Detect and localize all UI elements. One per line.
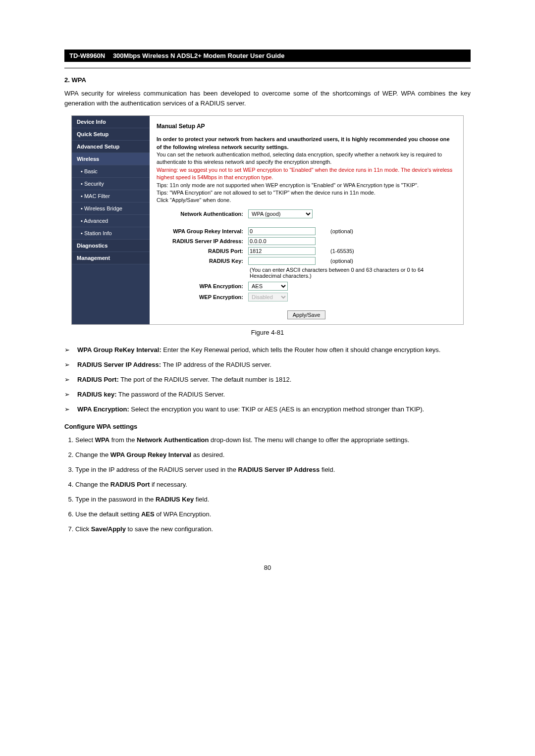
step-item: Select WPA from the Network Authenticati… xyxy=(75,435,471,445)
bullet-marker-icon: ➢ xyxy=(64,390,77,400)
steps-list: Select WPA from the Network Authenticati… xyxy=(64,435,471,535)
select-wpa-encryption[interactable]: AES xyxy=(248,282,288,291)
input-rekey-interval[interactable] xyxy=(248,227,316,235)
step-item: Click Save/Apply to save the new configu… xyxy=(75,524,471,534)
hint-radius-key: (You can enter ASCII characters between … xyxy=(250,267,456,279)
sidebar-item-station-info[interactable]: Station Info xyxy=(72,227,150,240)
bullet-marker-icon: ➢ xyxy=(64,404,77,414)
bullet-item: ➢WPA Group ReKey Interval: Enter the Key… xyxy=(64,345,471,355)
row-radius-ip: RADIUS Server IP Address: xyxy=(157,237,456,245)
header-rule xyxy=(64,68,471,68)
sidebar-item-wireless-bridge[interactable]: Wireless Bridge xyxy=(72,202,150,215)
panel-title: Manual Setup AP xyxy=(157,123,456,130)
sidebar-item-management[interactable]: Management xyxy=(72,252,150,264)
panel-intro: In order to protect your network from ha… xyxy=(157,136,456,204)
label-radius-port: RADIUS Port: xyxy=(157,248,248,254)
sidebar-item-device-info[interactable]: Device Info xyxy=(72,116,150,128)
step-item: Type in the IP address of the RADIUS ser… xyxy=(75,465,471,475)
bullet-item: ➢RADIUS Port: The port of the RADIUS ser… xyxy=(64,375,471,385)
sidebar-item-advanced[interactable]: Advanced xyxy=(72,215,150,227)
document-page: TD-W8960N 300Mbps Wireless N ADSL2+ Mode… xyxy=(0,0,535,591)
bullet-marker-icon: ➢ xyxy=(64,375,77,385)
sidebar-item-basic[interactable]: Basic xyxy=(72,165,150,178)
row-radius-key: RADIUS Key: (optional) xyxy=(157,257,456,265)
select-network-auth[interactable]: WPA (good) xyxy=(248,209,313,218)
bullet-marker-icon: ➢ xyxy=(64,360,77,370)
row-radius-port: RADIUS Port: (1-65535) xyxy=(157,247,456,255)
page-number: 80 xyxy=(64,564,471,571)
section-heading: 2. WPA xyxy=(64,76,471,84)
warning-text: Warning: we suggest you not to set WEP e… xyxy=(157,167,452,180)
bullet-item: ➢RADIUS key: The password of the RADIUS … xyxy=(64,390,471,400)
bullet-list: ➢WPA Group ReKey Interval: Enter the Key… xyxy=(64,345,471,415)
sidebar-item-quick-setup[interactable]: Quick Setup xyxy=(72,128,150,141)
main-panel: Manual Setup AP In order to protect your… xyxy=(150,116,463,324)
input-radius-ip[interactable] xyxy=(248,237,316,245)
figure-caption: Figure 4-81 xyxy=(64,329,471,336)
doc-title: 300Mbps Wireless N ADSL2+ Modem Router U… xyxy=(113,52,285,59)
bullet-marker-icon: ➢ xyxy=(64,345,77,355)
label-radius-key: RADIUS Key: xyxy=(157,258,248,264)
suffix-rekey-optional: (optional) xyxy=(330,228,353,234)
label-network-auth: Network Authentication: xyxy=(157,211,248,217)
bullet-item: ➢WPA Encryption: Select the encryption y… xyxy=(64,404,471,414)
button-row: Apply/Save xyxy=(157,310,456,319)
suffix-radius-key-optional: (optional) xyxy=(330,258,353,264)
model-number: TD-W8960N xyxy=(69,52,105,59)
suffix-radius-port-range: (1-65535) xyxy=(330,248,354,254)
step-item: Change the RADIUS Port if necessary. xyxy=(75,480,471,490)
sidebar-item-diagnostics[interactable]: Diagnostics xyxy=(72,240,150,252)
bullet-item: ➢RADIUS Server IP Address: The IP addres… xyxy=(64,360,471,370)
label-wep-encryption: WEP Encryption: xyxy=(157,294,248,300)
label-rekey-interval: WPA Group Rekey Interval: xyxy=(157,228,248,234)
apply-save-button[interactable]: Apply/Save xyxy=(287,310,326,319)
select-wep-encryption: Disabled xyxy=(248,293,288,302)
configure-heading: Configure WPA settings xyxy=(64,423,471,430)
step-item: Use the default setting AES of WPA Encry… xyxy=(75,509,471,519)
header-bar: TD-W8960N 300Mbps Wireless N ADSL2+ Mode… xyxy=(64,50,471,62)
sidebar-item-security[interactable]: Security xyxy=(72,178,150,190)
label-wpa-encryption: WPA Encryption: xyxy=(157,283,248,289)
step-item: Type in the password in the RADIUS Key f… xyxy=(75,495,471,504)
sidebar-nav: Device Info Quick Setup Advanced Setup W… xyxy=(72,116,150,324)
intro-paragraph: WPA security for wireless communication … xyxy=(64,89,471,108)
input-radius-key[interactable] xyxy=(248,257,316,265)
sidebar-item-advanced-setup[interactable]: Advanced Setup xyxy=(72,141,150,153)
sidebar-item-wireless[interactable]: Wireless xyxy=(72,153,150,165)
sidebar-item-mac-filter[interactable]: MAC Filter xyxy=(72,190,150,202)
router-ui-screenshot: Device Info Quick Setup Advanced Setup W… xyxy=(71,115,464,325)
row-rekey-interval: WPA Group Rekey Interval: (optional) xyxy=(157,227,456,235)
input-radius-port[interactable] xyxy=(248,247,316,255)
row-wep-encryption: WEP Encryption: Disabled xyxy=(157,293,456,302)
step-item: Change the WPA Group Rekey Interval as d… xyxy=(75,450,471,460)
row-wpa-encryption: WPA Encryption: AES xyxy=(157,282,456,291)
label-radius-ip: RADIUS Server IP Address: xyxy=(157,238,248,244)
row-network-auth: Network Authentication: WPA (good) xyxy=(157,209,456,218)
